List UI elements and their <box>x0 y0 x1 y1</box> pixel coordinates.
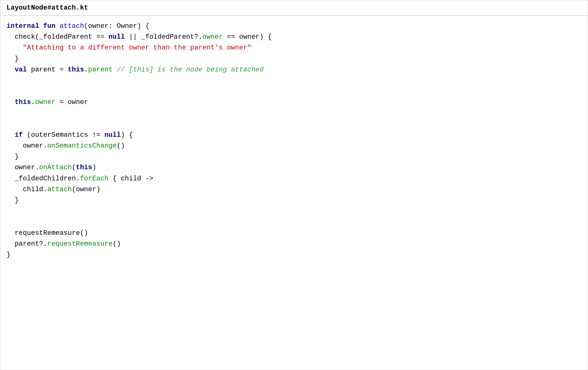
code-line: } <box>6 249 582 260</box>
code-line: this.owner = owner <box>6 97 582 108</box>
code-line: "Attaching to a different owner than the… <box>6 42 582 53</box>
code-line: check(_foldedParent == null || _foldedPa… <box>6 32 582 42</box>
keyword-this: this <box>15 98 31 106</box>
file-header: LayoutNode#attach.kt <box>0 0 588 16</box>
code-line: owner.onAttach(this) <box>6 162 582 173</box>
method-owner: owner <box>202 33 223 41</box>
code-line-empty <box>6 86 582 97</box>
comment-line: // [this] is the node being attached <box>117 66 263 74</box>
code-line: val parent = this.parent // [this] is th… <box>6 64 582 75</box>
code-line: if (outerSemantics != null) { <box>6 130 582 140</box>
code-viewer: LayoutNode#attach.kt internal fun attach… <box>0 0 588 370</box>
code-line: } <box>6 54 582 64</box>
method-requestRemeasure: requestRemeasure <box>47 240 113 248</box>
file-title: LayoutNode#attach.kt <box>6 4 88 12</box>
keyword-val: val <box>15 66 27 74</box>
code-line: } <box>6 195 582 206</box>
code-line-empty <box>6 108 582 119</box>
property-parent: parent <box>88 66 113 74</box>
code-line-empty <box>6 217 582 227</box>
method-forEach: forEach <box>80 175 109 183</box>
method-onAttach: onAttach <box>39 164 72 171</box>
code-content: internal fun attach(owner: Owner) { chec… <box>0 16 588 265</box>
code-line-empty <box>6 119 582 130</box>
property-owner: owner <box>35 98 55 106</box>
code-line: parent?.requestRemeasure() <box>6 239 582 249</box>
code-line: } <box>6 151 582 162</box>
keyword-null: null <box>104 131 121 139</box>
keyword-if: if <box>15 131 23 139</box>
keyword-null: null <box>109 33 125 41</box>
keyword-fun: fun <box>43 22 56 30</box>
method-attach: attach <box>47 186 72 193</box>
code-line-empty <box>6 206 582 217</box>
function-name: attach <box>60 22 84 30</box>
keyword-internal: internal <box>6 22 39 30</box>
method-onSemanticsChange: onSemanticsChange <box>47 142 117 150</box>
code-line: _foldedChildren.forEach { child -> <box>6 173 582 184</box>
code-line: requestRemeasure() <box>6 228 582 239</box>
keyword-this: this <box>68 66 84 74</box>
code-line: child.attach(owner) <box>6 184 582 195</box>
code-line-empty <box>6 75 582 86</box>
code-line: internal fun attach(owner: Owner) { <box>6 21 582 32</box>
string-literal: "Attaching to a different owner than the… <box>6 44 251 52</box>
keyword-this: this <box>76 164 92 171</box>
code-line: owner.onSemanticsChange() <box>6 140 582 151</box>
